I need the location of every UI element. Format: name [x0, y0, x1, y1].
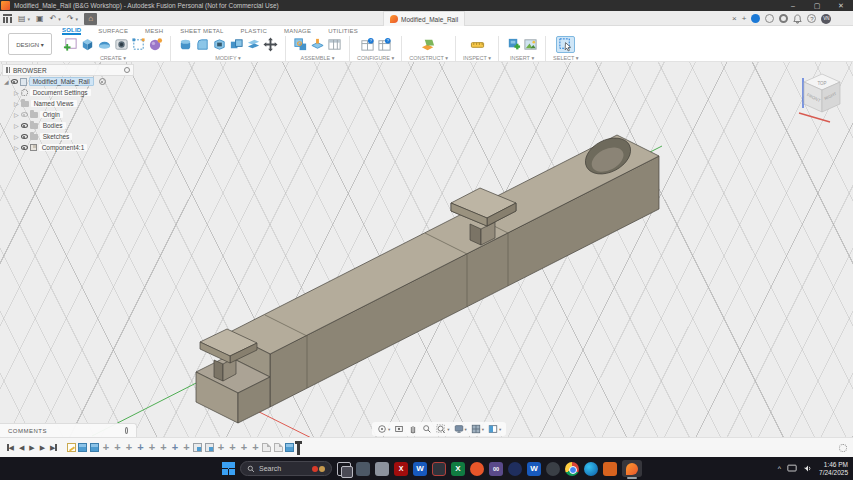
minimize-button[interactable]: – [781, 0, 805, 11]
taskbar-app-mail[interactable] [603, 462, 617, 476]
timeline-feature[interactable] [67, 443, 76, 452]
comments-panel-tab[interactable]: COMMENTS [0, 423, 137, 437]
sync-status-icon[interactable] [765, 14, 774, 23]
home-icon[interactable]: ⌂ [84, 13, 97, 25]
tab-solid[interactable]: SOLID [62, 27, 81, 35]
maximize-button[interactable]: ▢ [805, 0, 829, 11]
group-label-select[interactable]: SELECT ▾ [553, 55, 579, 61]
offset-face-icon[interactable] [246, 37, 261, 52]
taskbar-app-fusion-active[interactable] [622, 460, 642, 477]
shell-icon[interactable] [212, 37, 227, 52]
group-label-configure[interactable]: CONFIGURE ▾ [357, 55, 394, 61]
new-component-icon[interactable] [293, 37, 308, 52]
timeline-feature[interactable] [113, 443, 122, 452]
close-tab-icon[interactable]: × [732, 14, 737, 23]
extensions-icon[interactable] [779, 14, 788, 23]
timeline-feature[interactable] [147, 443, 156, 452]
expand-arrow-icon[interactable]: ▷ [14, 133, 19, 140]
help-icon[interactable]: ? [807, 14, 816, 23]
group-label-modify[interactable]: MODIFY ▾ [215, 55, 241, 61]
browser-header[interactable]: BROWSER [2, 64, 134, 76]
browser-item-named-views[interactable]: ▷ Named Views [2, 98, 142, 109]
taskbar-app-word[interactable]: W [413, 462, 427, 476]
timeline-feature[interactable] [101, 443, 110, 452]
expand-arrow-icon[interactable]: ▷ [14, 89, 19, 96]
tab-manage[interactable]: MANAGE [284, 28, 311, 34]
timeline-feature[interactable] [262, 443, 271, 452]
timeline-step-back-icon[interactable]: ◀ [19, 444, 24, 452]
group-label-create[interactable]: CREATE ▾ [100, 55, 126, 61]
timeline-feature[interactable] [170, 443, 179, 452]
timeline-feature[interactable] [285, 443, 294, 452]
browser-item-component4[interactable]: ▷ Component4:1 [2, 142, 142, 153]
timeline-feature[interactable] [239, 443, 248, 452]
task-view-icon[interactable] [337, 462, 351, 476]
taskbar-app-stamp[interactable]: 00 [489, 462, 503, 476]
timeline-go-start-icon[interactable]: ◀ [7, 444, 14, 452]
select-tool-icon[interactable] [556, 36, 575, 53]
timeline-play-icon[interactable]: ▶ [29, 444, 34, 452]
zoom-icon[interactable] [422, 424, 432, 434]
notifications-bell-icon[interactable] [793, 14, 802, 24]
timeline-feature[interactable] [136, 443, 145, 452]
tray-chevron-icon[interactable]: ^ [778, 465, 781, 472]
taskbar-app-excel[interactable]: X [451, 462, 465, 476]
revolve-icon[interactable] [97, 37, 112, 52]
display-settings-icon[interactable]: ▾ [454, 424, 467, 434]
start-button-icon[interactable] [222, 462, 235, 475]
combine-icon[interactable] [229, 37, 244, 52]
create-form-icon[interactable] [148, 37, 163, 52]
group-label-inspect[interactable]: INSPECT ▾ [463, 55, 491, 61]
taskbar-app-cascade[interactable] [375, 462, 389, 476]
model-body[interactable] [196, 131, 659, 423]
timeline-settings-icon[interactable] [839, 444, 847, 452]
group-label-assemble[interactable]: ASSEMBLE ▾ [301, 55, 335, 61]
fit-icon[interactable]: ▾ [436, 424, 449, 434]
create-sketch-dashed-icon[interactable] [131, 37, 146, 52]
taskbar-app-word-2[interactable]: W [527, 462, 541, 476]
browser-options-icon[interactable] [124, 67, 130, 73]
visibility-eye-icon[interactable] [21, 145, 28, 150]
timeline-go-end-icon[interactable]: ▶ [50, 444, 57, 452]
visibility-eye-icon[interactable] [21, 134, 28, 139]
undo-icon[interactable]: ↶ [50, 13, 57, 25]
timeline-feature[interactable] [159, 443, 168, 452]
browser-root-row[interactable]: ◢ Modified_Male_Rail [2, 76, 142, 87]
canvas-image-icon[interactable] [523, 37, 538, 52]
taskbar-app-zoho[interactable] [470, 462, 484, 476]
timeline-feature[interactable] [124, 443, 133, 452]
save-icon[interactable]: ▣ [36, 13, 44, 25]
browser-item-bodies[interactable]: ▷ Bodies [2, 120, 142, 131]
taskbar-app-acrobat[interactable]: X [394, 462, 408, 476]
timeline-feature[interactable] [193, 443, 202, 452]
tab-surface[interactable]: SURFACE [98, 28, 128, 34]
browser-item-document-settings[interactable]: ▷ Document Settings [2, 87, 142, 98]
visibility-eye-icon[interactable] [11, 79, 18, 84]
group-label-construct[interactable]: CONSTRUCT ▾ [409, 55, 448, 61]
group-label-insert[interactable]: INSERT ▾ [510, 55, 534, 61]
root-component-label[interactable]: Modified_Male_Rail [29, 77, 94, 86]
orbit-icon[interactable]: ▾ [377, 424, 390, 434]
insert-derive-icon[interactable] [506, 37, 521, 52]
document-tab[interactable]: Modified_Male_Rail [383, 11, 465, 26]
construct-plane-icon[interactable] [421, 37, 436, 52]
rigid-group-icon[interactable] [327, 37, 342, 52]
timeline-step-forward-icon[interactable]: ▶ [40, 444, 45, 452]
taskbar-app-coin[interactable] [508, 462, 522, 476]
tab-mesh[interactable]: MESH [145, 28, 163, 34]
view-cube[interactable]: TOP FRONT RIGHT [794, 66, 850, 124]
extrude-icon[interactable] [80, 37, 95, 52]
timeline-feature[interactable] [205, 443, 214, 452]
look-at-icon[interactable] [394, 424, 404, 434]
create-sketch-icon[interactable] [63, 37, 78, 52]
tray-volume-icon[interactable] [803, 464, 813, 473]
move-copy-icon[interactable] [263, 37, 278, 52]
configuration-table-icon[interactable]: ? [360, 37, 375, 52]
timeline-feature[interactable] [78, 443, 87, 452]
file-menu-icon[interactable]: ▤ [18, 13, 26, 25]
taskbar-clock[interactable]: 1:46 PM 7/24/2025 [819, 461, 848, 477]
account-avatar[interactable]: VN [821, 14, 831, 24]
timeline-marker[interactable] [297, 441, 300, 455]
redo-icon[interactable]: ↷ [67, 13, 74, 25]
tab-plastic[interactable]: PLASTIC [241, 28, 267, 34]
